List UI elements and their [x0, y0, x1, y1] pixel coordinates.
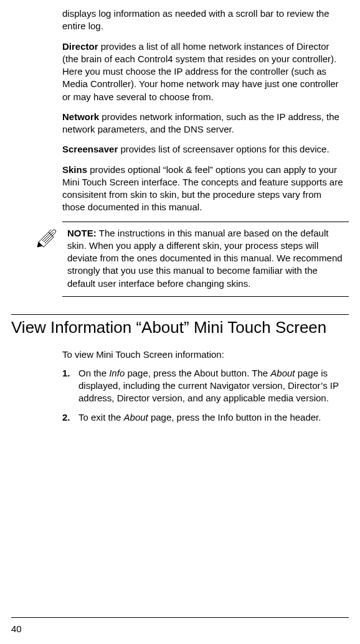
intro-paragraph-tail: displays log information as needed with …	[62, 7, 344, 33]
note-body: The instructions in this manual are base…	[67, 228, 343, 289]
body-content: displays log information as needed with …	[62, 7, 344, 214]
section-rule	[11, 314, 349, 315]
director-text: provides a list of all home network inst…	[62, 41, 339, 102]
network-paragraph: Network provides network information, su…	[62, 111, 344, 136]
step-2-italic-1: About	[124, 412, 148, 422]
step-2: 2. To exit the About page, press the Inf…	[62, 411, 344, 424]
step-1-italic-2: About	[270, 368, 295, 378]
section-body: To view Mini Touch Screen information: 1…	[62, 348, 344, 424]
section-title: View Information “About” Mini Touch Scre…	[11, 319, 349, 337]
page-number: 40	[11, 623, 22, 634]
note-rule-bottom	[62, 296, 349, 297]
step-1-number: 1.	[62, 367, 78, 405]
step-1-pre: On the	[78, 368, 109, 378]
step-2-pre: To exit the	[78, 412, 124, 422]
note-block: NOTE: The instructions in this manual ar…	[36, 227, 344, 290]
skins-paragraph: Skins provides optional “look & feel” op…	[62, 164, 344, 214]
skins-label: Skins	[62, 164, 87, 175]
note-rule-top	[62, 222, 349, 222]
network-text: provides network information, such as th…	[62, 111, 339, 134]
step-2-body: To exit the About page, press the Info b…	[78, 411, 344, 424]
step-1-mid: page, press the About button. The	[125, 368, 270, 378]
note-text: NOTE: The instructions in this manual ar…	[67, 227, 344, 290]
step-1-italic-1: Info	[109, 368, 125, 378]
step-2-mid: page, press the Info button in the heade…	[148, 412, 321, 422]
screensaver-label: Screensaver	[62, 144, 118, 154]
note-label: NOTE:	[67, 228, 99, 238]
director-label: Director	[62, 41, 98, 52]
step-1: 1. On the Info page, press the About but…	[62, 367, 344, 405]
director-paragraph: Director provides a list of all home net…	[62, 40, 344, 103]
step-2-number: 2.	[62, 411, 78, 424]
page: displays log information as needed with …	[0, 0, 360, 644]
footer-rule	[11, 617, 349, 618]
network-label: Network	[62, 111, 99, 122]
screensaver-paragraph: Screensaver provides list of screensaver…	[62, 143, 344, 156]
note-icon	[36, 227, 61, 290]
step-1-body: On the Info page, press the About button…	[78, 367, 344, 405]
skins-text: provides optional “look & feel” options …	[62, 164, 343, 213]
screensaver-text: provides list of screensaver options for…	[118, 144, 329, 154]
section-lead: To view Mini Touch Screen information:	[62, 348, 344, 361]
